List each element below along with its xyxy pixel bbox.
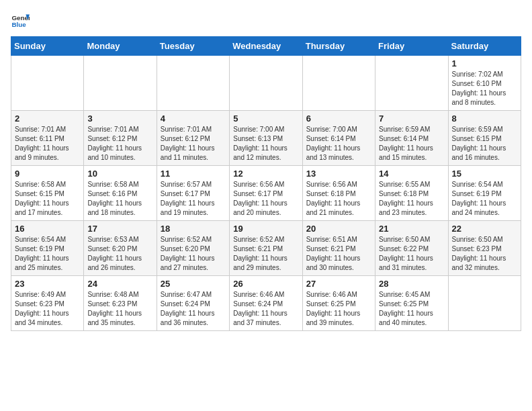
day-info: Sunrise: 6:53 AM Sunset: 6:20 PM Dayligh… xyxy=(87,235,152,273)
calendar-day-cell: 13Sunrise: 6:56 AM Sunset: 6:18 PM Dayli… xyxy=(302,166,375,221)
day-info: Sunrise: 6:58 AM Sunset: 6:16 PM Dayligh… xyxy=(87,180,152,218)
calendar-day-cell: 14Sunrise: 6:55 AM Sunset: 6:18 PM Dayli… xyxy=(375,166,448,221)
calendar-day-cell: 3Sunrise: 7:01 AM Sunset: 6:12 PM Daylig… xyxy=(84,111,157,166)
day-info: Sunrise: 6:46 AM Sunset: 6:24 PM Dayligh… xyxy=(233,290,298,328)
calendar-day-cell: 2Sunrise: 7:01 AM Sunset: 6:11 PM Daylig… xyxy=(11,111,84,166)
calendar-week-row: 1Sunrise: 7:02 AM Sunset: 6:10 PM Daylig… xyxy=(11,56,521,111)
calendar-day-cell: 4Sunrise: 7:01 AM Sunset: 6:12 PM Daylig… xyxy=(157,111,229,166)
day-number: 16 xyxy=(15,224,80,234)
day-info: Sunrise: 6:58 AM Sunset: 6:15 PM Dayligh… xyxy=(15,180,80,218)
calendar-day-cell: 23Sunrise: 6:49 AM Sunset: 6:23 PM Dayli… xyxy=(11,276,84,331)
day-info: Sunrise: 6:56 AM Sunset: 6:18 PM Dayligh… xyxy=(306,180,371,218)
day-number: 24 xyxy=(87,279,152,289)
day-number: 4 xyxy=(161,113,226,124)
day-info: Sunrise: 6:59 AM Sunset: 6:14 PM Dayligh… xyxy=(379,125,444,163)
day-number: 6 xyxy=(306,113,371,124)
calendar-header-row: SundayMondayTuesdayWednesdayThursdayFrid… xyxy=(11,37,521,56)
calendar-day-cell: 21Sunrise: 6:50 AM Sunset: 6:22 PM Dayli… xyxy=(375,221,448,276)
day-number: 22 xyxy=(452,224,517,234)
day-info: Sunrise: 7:00 AM Sunset: 6:14 PM Dayligh… xyxy=(306,125,371,163)
day-of-week-header: Sunday xyxy=(11,37,84,56)
day-info: Sunrise: 6:48 AM Sunset: 6:23 PM Dayligh… xyxy=(87,290,152,328)
day-info: Sunrise: 7:02 AM Sunset: 6:10 PM Dayligh… xyxy=(452,70,517,107)
day-number: 1 xyxy=(452,58,517,68)
svg-text:Blue: Blue xyxy=(11,21,26,28)
calendar-day-cell: 16Sunrise: 6:54 AM Sunset: 6:19 PM Dayli… xyxy=(11,221,84,276)
day-number: 11 xyxy=(161,169,226,179)
day-info: Sunrise: 6:51 AM Sunset: 6:21 PM Dayligh… xyxy=(306,235,371,273)
calendar-table: SundayMondayTuesdayWednesdayThursdayFrid… xyxy=(11,36,521,331)
calendar-week-row: 23Sunrise: 6:49 AM Sunset: 6:23 PM Dayli… xyxy=(11,276,521,331)
calendar-day-cell: 19Sunrise: 6:52 AM Sunset: 6:21 PM Dayli… xyxy=(230,221,302,276)
calendar-day-cell xyxy=(375,56,448,111)
day-info: Sunrise: 6:52 AM Sunset: 6:21 PM Dayligh… xyxy=(233,235,298,273)
day-number: 12 xyxy=(233,169,298,179)
calendar-day-cell: 18Sunrise: 6:52 AM Sunset: 6:20 PM Dayli… xyxy=(157,221,229,276)
day-number: 19 xyxy=(233,224,298,234)
day-of-week-header: Friday xyxy=(375,37,448,56)
day-number: 21 xyxy=(379,224,444,234)
day-of-week-header: Thursday xyxy=(302,37,375,56)
day-of-week-header: Wednesday xyxy=(230,37,302,56)
calendar-day-cell xyxy=(157,56,229,111)
day-number: 3 xyxy=(87,113,152,124)
calendar-week-row: 9Sunrise: 6:58 AM Sunset: 6:15 PM Daylig… xyxy=(11,166,521,221)
day-info: Sunrise: 6:54 AM Sunset: 6:19 PM Dayligh… xyxy=(15,235,80,273)
calendar-day-cell: 17Sunrise: 6:53 AM Sunset: 6:20 PM Dayli… xyxy=(84,221,157,276)
day-of-week-header: Saturday xyxy=(448,37,521,56)
calendar-day-cell: 12Sunrise: 6:56 AM Sunset: 6:17 PM Dayli… xyxy=(230,166,302,221)
day-number: 2 xyxy=(15,113,80,124)
day-info: Sunrise: 6:49 AM Sunset: 6:23 PM Dayligh… xyxy=(15,290,80,328)
calendar-day-cell xyxy=(230,56,302,111)
calendar-day-cell: 26Sunrise: 6:46 AM Sunset: 6:24 PM Dayli… xyxy=(230,276,302,331)
day-info: Sunrise: 6:52 AM Sunset: 6:20 PM Dayligh… xyxy=(161,235,226,273)
calendar-day-cell: 7Sunrise: 6:59 AM Sunset: 6:14 PM Daylig… xyxy=(375,111,448,166)
day-info: Sunrise: 6:50 AM Sunset: 6:23 PM Dayligh… xyxy=(452,235,517,273)
day-number: 25 xyxy=(161,279,226,289)
calendar-day-cell xyxy=(84,56,157,111)
day-info: Sunrise: 6:54 AM Sunset: 6:19 PM Dayligh… xyxy=(452,180,517,218)
calendar-day-cell: 25Sunrise: 6:47 AM Sunset: 6:24 PM Dayli… xyxy=(157,276,229,331)
day-number: 14 xyxy=(379,169,444,179)
calendar-day-cell: 11Sunrise: 6:57 AM Sunset: 6:17 PM Dayli… xyxy=(157,166,229,221)
calendar-day-cell: 27Sunrise: 6:46 AM Sunset: 6:25 PM Dayli… xyxy=(302,276,375,331)
day-number: 26 xyxy=(233,279,298,289)
day-number: 8 xyxy=(452,113,517,124)
page-header: General Blue xyxy=(11,11,521,30)
day-number: 18 xyxy=(161,224,226,234)
day-info: Sunrise: 7:01 AM Sunset: 6:11 PM Dayligh… xyxy=(15,125,80,163)
calendar-week-row: 16Sunrise: 6:54 AM Sunset: 6:19 PM Dayli… xyxy=(11,221,521,276)
day-number: 13 xyxy=(306,169,371,179)
calendar-day-cell: 20Sunrise: 6:51 AM Sunset: 6:21 PM Dayli… xyxy=(302,221,375,276)
day-info: Sunrise: 6:55 AM Sunset: 6:18 PM Dayligh… xyxy=(379,180,444,218)
day-info: Sunrise: 6:47 AM Sunset: 6:24 PM Dayligh… xyxy=(161,290,226,328)
calendar-day-cell: 5Sunrise: 7:00 AM Sunset: 6:13 PM Daylig… xyxy=(230,111,302,166)
calendar-day-cell xyxy=(302,56,375,111)
day-info: Sunrise: 6:59 AM Sunset: 6:15 PM Dayligh… xyxy=(452,125,517,163)
logo-icon: General Blue xyxy=(11,11,30,30)
calendar-week-row: 2Sunrise: 7:01 AM Sunset: 6:11 PM Daylig… xyxy=(11,111,521,166)
calendar-day-cell xyxy=(11,56,84,111)
calendar-day-cell: 10Sunrise: 6:58 AM Sunset: 6:16 PM Dayli… xyxy=(84,166,157,221)
day-info: Sunrise: 6:57 AM Sunset: 6:17 PM Dayligh… xyxy=(161,180,226,218)
day-info: Sunrise: 6:45 AM Sunset: 6:25 PM Dayligh… xyxy=(379,290,444,328)
calendar-day-cell: 28Sunrise: 6:45 AM Sunset: 6:25 PM Dayli… xyxy=(375,276,448,331)
day-number: 10 xyxy=(87,169,152,179)
calendar-day-cell: 22Sunrise: 6:50 AM Sunset: 6:23 PM Dayli… xyxy=(448,221,521,276)
day-info: Sunrise: 6:56 AM Sunset: 6:17 PM Dayligh… xyxy=(233,180,298,218)
day-number: 15 xyxy=(452,169,517,179)
logo: General Blue xyxy=(11,11,32,30)
day-info: Sunrise: 7:00 AM Sunset: 6:13 PM Dayligh… xyxy=(233,125,298,163)
day-of-week-header: Tuesday xyxy=(157,37,229,56)
day-number: 20 xyxy=(306,224,371,234)
day-number: 5 xyxy=(233,113,298,124)
calendar-day-cell xyxy=(448,276,521,331)
calendar-day-cell: 15Sunrise: 6:54 AM Sunset: 6:19 PM Dayli… xyxy=(448,166,521,221)
calendar-day-cell: 9Sunrise: 6:58 AM Sunset: 6:15 PM Daylig… xyxy=(11,166,84,221)
day-info: Sunrise: 6:46 AM Sunset: 6:25 PM Dayligh… xyxy=(306,290,371,328)
calendar-day-cell: 6Sunrise: 7:00 AM Sunset: 6:14 PM Daylig… xyxy=(302,111,375,166)
calendar-day-cell: 1Sunrise: 7:02 AM Sunset: 6:10 PM Daylig… xyxy=(448,56,521,111)
day-number: 27 xyxy=(306,279,371,289)
day-number: 9 xyxy=(15,169,80,179)
calendar-day-cell: 8Sunrise: 6:59 AM Sunset: 6:15 PM Daylig… xyxy=(448,111,521,166)
